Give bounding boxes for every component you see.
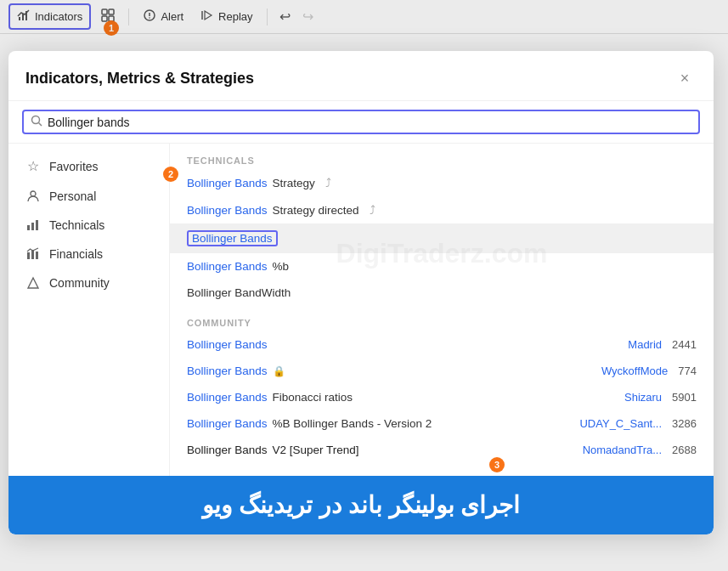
technicals-section-label: TECHNICALS <box>170 144 714 169</box>
dialog-header: Indicators, Metrics & Strategies × <box>8 51 714 101</box>
result-community-madrid[interactable]: Bollinger Bands Madrid 2441 <box>170 331 714 358</box>
sidebar-item-favorites[interactable]: ☆ Favorites <box>8 150 169 182</box>
star-icon: ☆ <box>25 158 41 174</box>
result-partial-blue: Bollinger Bands <box>187 444 268 456</box>
banner: اجرای بولینگر باند در تریدینگ ویو <box>8 476 714 534</box>
sidebar-item-personal[interactable]: Personal <box>8 182 169 211</box>
financials-icon <box>25 247 41 261</box>
result-count-3: 5901 <box>672 391 697 404</box>
result-meta-partial: NomadandTra... 2688 <box>583 444 697 456</box>
result-meta-3: Shizaru 5901 <box>624 391 697 404</box>
result-rest-1: Strategy <box>273 177 315 189</box>
indicators-dialog: Indicators, Metrics & Strategies × 2 ☆ F… <box>8 51 714 534</box>
badge-2: 2 <box>163 167 178 182</box>
svg-marker-21 <box>28 278 38 288</box>
result-blue-4: Bollinger Bands <box>187 260 268 273</box>
lock-icon: 🔒 <box>273 365 285 377</box>
person-icon <box>25 189 41 203</box>
result-bandwidth: Bollinger BandWidth <box>187 286 291 299</box>
dialog-close-button[interactable]: × <box>673 66 697 90</box>
sidebar-item-personal-label: Personal <box>49 189 96 203</box>
svg-rect-16 <box>31 223 34 230</box>
sidebar-item-financials-label: Financials <box>49 247 103 261</box>
result-author-4: UDAY_C_Sant... <box>579 417 662 430</box>
svg-rect-18 <box>27 252 30 259</box>
community-icon <box>25 276 41 290</box>
search-input[interactable] <box>48 116 691 129</box>
result-community-shizaru[interactable]: Bollinger Bands Fibonacci ratios Shizaru… <box>170 384 714 410</box>
result-author-1: Madrid <box>628 338 662 351</box>
result-bollinger-bands-strategy-directed[interactable]: Bollinger Bands Strategy directed ⤴ <box>170 196 714 223</box>
result-community-rest-3: Fibonacci ratios <box>273 391 353 404</box>
svg-line-13 <box>39 123 42 127</box>
sidebar-item-financials[interactable]: Financials <box>8 240 169 269</box>
result-community-blue-1: Bollinger Bands <box>187 338 268 351</box>
svg-rect-20 <box>36 252 38 259</box>
search-input-box[interactable] <box>22 110 700 134</box>
result-count-partial: 2688 <box>672 444 697 456</box>
result-author-2: WyckoffMode <box>601 365 668 377</box>
result-rest-2: Strategy directed <box>273 204 359 217</box>
svg-rect-17 <box>36 220 38 230</box>
result-community-blue-4: Bollinger Bands <box>187 417 268 430</box>
technicals-icon <box>25 218 41 232</box>
result-bollinger-bands[interactable]: Bollinger Bands 3 <box>170 223 714 253</box>
result-author-3: Shizaru <box>624 391 662 404</box>
svg-rect-15 <box>27 225 30 230</box>
banner-text: اجرای بولینگر باند در تریدینگ ویو <box>202 491 521 519</box>
result-community-blue-3: Bollinger Bands <box>187 391 268 404</box>
search-icon <box>31 115 42 129</box>
result-community-wyckoff[interactable]: Bollinger Bands 🔒 WyckoffMode 774 <box>170 358 714 384</box>
svg-point-14 <box>31 191 36 196</box>
result-blue-1: Bollinger Bands <box>187 177 268 189</box>
result-meta-2: WyckoffMode 774 <box>601 365 697 377</box>
result-community-rest-4: %B Bollinger Bands - Version 2 <box>273 417 432 430</box>
result-community-blue-2: Bollinger Bands <box>187 365 268 377</box>
sidebar-item-community-label: Community <box>49 276 110 290</box>
result-blue-3: Bollinger Bands <box>187 230 278 246</box>
result-count-4: 3286 <box>672 417 697 430</box>
add-icon-2: ⤴ <box>370 203 375 217</box>
result-bollinger-bands-percentb[interactable]: Bollinger Bands %b <box>170 253 714 280</box>
sidebar-item-technicals-label: Technicals <box>49 218 104 232</box>
result-bollinger-bandwidth[interactable]: Bollinger BandWidth <box>170 280 714 306</box>
svg-point-12 <box>32 116 40 124</box>
sidebar-item-technicals[interactable]: Technicals <box>8 211 169 240</box>
result-author-partial: NomadandTra... <box>583 444 662 456</box>
add-icon-1: ⤴ <box>325 176 331 189</box>
search-bar <box>8 101 714 144</box>
result-bollinger-bands-strategy[interactable]: Bollinger Bands Strategy ⤴ <box>170 169 714 196</box>
result-community-nomad[interactable]: Bollinger Bands V2 [Super Trend] Nomadan… <box>170 437 714 463</box>
community-section-label: COMMUNITY <box>170 306 714 331</box>
result-meta-1: Madrid 2441 <box>628 338 697 351</box>
result-blue-2: Bollinger Bands <box>187 204 268 217</box>
result-count-1: 2441 <box>672 338 697 351</box>
result-community-uday[interactable]: Bollinger Bands %B Bollinger Bands - Ver… <box>170 410 714 437</box>
dialog-title: Indicators, Metrics & Strategies <box>25 70 254 88</box>
result-meta-4: UDAY_C_Sant... 3286 <box>579 417 697 430</box>
sidebar-item-community[interactable]: Community <box>8 269 169 297</box>
result-count-2: 774 <box>678 365 697 377</box>
sidebar-item-favorites-label: Favorites <box>49 160 99 173</box>
result-rest-4: %b <box>273 260 290 273</box>
result-partial-rest: V2 [Super Trend] <box>273 444 359 456</box>
